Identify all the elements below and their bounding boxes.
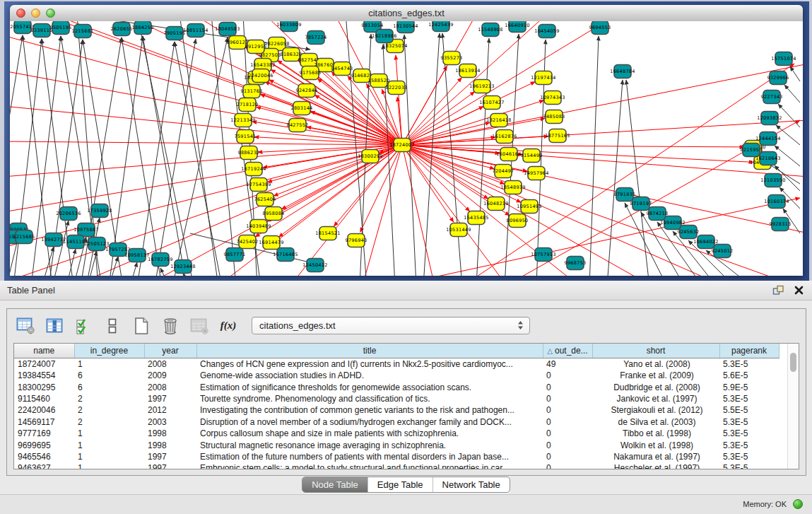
table-cell[interactable]: 0 (543, 404, 592, 416)
table-cell[interactable]: 1998 (144, 439, 196, 450)
table-cell[interactable]: 1 (74, 439, 144, 450)
table-cell[interactable]: 18300295 (14, 381, 74, 392)
table-cell[interactable]: 1 (74, 451, 144, 462)
table-cell[interactable]: Estimation of the future numbers of pati… (196, 451, 543, 462)
table-cell[interactable]: 1997 (144, 451, 196, 462)
table-cell[interactable]: 0 (543, 416, 592, 428)
table-cell[interactable]: 2 (74, 404, 144, 416)
zoom-window-button[interactable] (46, 8, 55, 18)
table-cell[interactable]: 18724007 (14, 358, 74, 370)
table-cell[interactable]: 0 (543, 393, 592, 404)
table-cell[interactable]: 2012 (144, 404, 196, 416)
table-cell[interactable]: Disruption of a novel member of a sodium… (196, 416, 543, 428)
table-cell[interactable]: Genome-wide association studies in ADHD. (196, 370, 543, 381)
table-cell[interactable]: Jankovic et al. (1997) (592, 393, 719, 404)
table-cell[interactable]: Yano et al. (2008) (592, 358, 719, 370)
tab-network-table[interactable]: Network Table (433, 477, 510, 492)
memory-status-icon[interactable] (793, 499, 803, 509)
table-selector-dropdown[interactable]: citations_edges.txt (252, 317, 530, 334)
table-cell[interactable]: 2 (74, 416, 144, 428)
table-cell[interactable]: 6 (74, 381, 144, 392)
table-cell[interactable]: 5.5E-5 (719, 404, 779, 416)
table-cell[interactable]: 1998 (144, 428, 196, 439)
delete-rows-trash-icon[interactable] (159, 315, 182, 337)
table-cell[interactable]: Corpus callosum shape and size in male p… (196, 428, 543, 439)
table-cell[interactable]: Franke et al. (2009) (592, 370, 719, 381)
table-cell[interactable]: 5.3E-5 (719, 416, 779, 428)
table-row[interactable]: 2242004622012Investigating the contribut… (14, 404, 779, 416)
table-cell[interactable]: Embryonic stem cells: a model to study s… (196, 462, 543, 469)
table-row[interactable]: 1938455462009Genome-wide association stu… (14, 370, 779, 381)
table-cell[interactable]: 5.3E-5 (719, 358, 779, 370)
table-cell[interactable]: 5.6E-5 (719, 370, 779, 381)
table-cell[interactable]: Structural magnetic resonance image aver… (196, 439, 543, 450)
table-cell[interactable]: Investigating the contribution of common… (196, 404, 543, 416)
table-cell[interactable]: 19384554 (14, 370, 74, 381)
table-cell[interactable]: 2008 (144, 358, 196, 370)
table-cell[interactable]: 2008 (144, 381, 196, 392)
close-window-button[interactable] (16, 8, 25, 18)
table-cell[interactable]: 9699695 (14, 439, 74, 450)
table-cell[interactable]: 0 (543, 428, 592, 439)
table-cell[interactable]: 2003 (144, 416, 196, 428)
table-cell[interactable]: 2009 (144, 370, 196, 381)
table-cell[interactable]: 9465546 (14, 451, 74, 462)
table-row[interactable]: 1830029562008Estimation of significance … (14, 381, 779, 392)
close-panel-icon[interactable] (794, 286, 804, 295)
table-row[interactable]: 1456911722003Disruption of a novel membe… (14, 416, 779, 428)
table-vertical-scrollbar[interactable] (787, 344, 799, 469)
table-cell[interactable]: Nakamura et al. (1997) (592, 451, 719, 462)
table-cell[interactable]: 1 (74, 462, 144, 469)
row-height-icon[interactable] (101, 315, 124, 337)
table-cell[interactable]: 9463627 (14, 462, 74, 469)
table-row[interactable]: 977716911998Corpus callosum shape and si… (14, 428, 779, 439)
table-cell[interactable]: Stergiakouli et al. (2012) (592, 404, 719, 416)
table-cell[interactable]: Estimation of significance thresholds fo… (196, 381, 543, 392)
table-row[interactable]: 946362711997Embryonic stem cells: a mode… (14, 462, 779, 469)
column-header-year[interactable]: year (144, 344, 196, 358)
table-cell[interactable]: 9777169 (14, 428, 74, 439)
row-selector-icon[interactable] (72, 315, 95, 337)
table-cell[interactable]: 5.3E-5 (719, 428, 779, 439)
table-cell[interactable]: 5.3E-5 (719, 451, 779, 462)
table-cell[interactable]: Hescheler et al. (1997) (592, 462, 719, 469)
column-header-short[interactable]: short (592, 344, 719, 358)
table-cell[interactable]: Tourette syndrome. Phenomenology and cla… (196, 393, 543, 404)
table-cell[interactable]: 14569117 (14, 416, 74, 428)
column-selector-icon[interactable] (43, 315, 66, 337)
new-document-icon[interactable] (130, 315, 153, 337)
column-header-out-degree[interactable]: △out_de... (543, 344, 592, 358)
table-cell[interactable]: 0 (543, 381, 592, 392)
column-header-in-degree[interactable]: in_degree (74, 344, 144, 358)
table-settings-icon[interactable] (14, 315, 37, 337)
table-cell[interactable]: 6 (74, 370, 144, 381)
float-panel-icon[interactable] (772, 285, 784, 296)
table-row[interactable]: 969969511998Structural magnetic resonanc… (14, 439, 779, 450)
table-row[interactable]: 946554611997Estimation of the future num… (14, 451, 779, 462)
minimize-window-button[interactable] (31, 8, 40, 18)
column-header-name[interactable]: name (14, 344, 74, 358)
table-cell[interactable]: Dudbridge et al. (2008) (592, 381, 719, 392)
function-builder-icon[interactable]: f(x) (217, 315, 240, 337)
table-cell[interactable]: 5.3E-5 (719, 393, 779, 404)
table-cell[interactable]: 1 (74, 428, 144, 439)
table-row[interactable]: 1872400712008Changes of HCN gene express… (14, 358, 779, 370)
table-cell[interactable]: 5.3E-5 (719, 439, 779, 450)
table-cell[interactable]: Changes of HCN gene expression and I(f) … (196, 358, 543, 370)
table-cell[interactable]: 5.3E-5 (719, 462, 779, 469)
column-header-pagerank[interactable]: pagerank (719, 344, 779, 358)
table-cell[interactable]: 0 (543, 370, 592, 381)
tab-node-table[interactable]: Node Table (302, 477, 367, 492)
table-cell[interactable]: 22420046 (14, 404, 74, 416)
table-cell[interactable]: Tibbo et al. (1998) (592, 428, 719, 439)
table-cell[interactable]: 0 (543, 462, 592, 469)
table-cell[interactable]: 1997 (144, 462, 196, 469)
network-canvas[interactable]: 1872400718226058982750316543382181229549… (10, 21, 803, 276)
table-cell[interactable]: 9115460 (14, 393, 74, 404)
table-row[interactable]: 911546021997Tourette syndrome. Phenomeno… (14, 393, 779, 404)
scrollbar-thumb[interactable] (790, 353, 796, 372)
table-cell[interactable]: Wolkin et al. (1998) (592, 439, 719, 450)
column-header-title[interactable]: title (196, 344, 543, 358)
table-cell[interactable]: 0 (543, 451, 592, 462)
table-cell[interactable]: 5.9E-5 (719, 381, 779, 392)
